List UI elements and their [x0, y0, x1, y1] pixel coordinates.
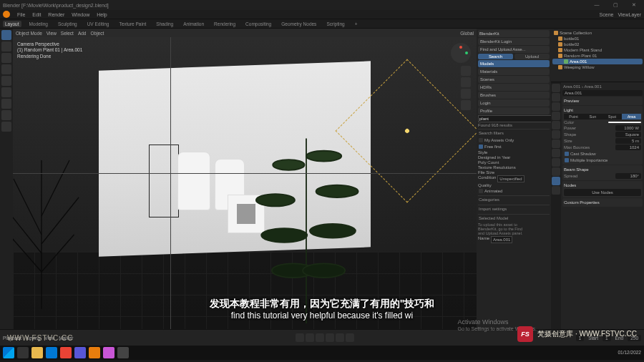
tool-annotate[interactable]: [1, 99, 11, 109]
add-menu[interactable]: Add: [78, 31, 87, 36]
taskbar-blender-icon[interactable]: [89, 347, 100, 358]
scene-selector[interactable]: Scene: [600, 12, 614, 17]
spread-input[interactable]: 180°: [615, 173, 641, 179]
blenderkit-header[interactable]: BlenderKit: [478, 30, 550, 37]
tab-search[interactable]: Search: [478, 54, 513, 59]
light-point[interactable]: Point: [564, 114, 583, 119]
outliner-item-selected[interactable]: Area.001: [552, 59, 643, 64]
object-menu[interactable]: Object: [91, 31, 104, 36]
outliner-item[interactable]: Modern Plant Stand: [552, 47, 643, 53]
tab-geonodes[interactable]: Geometry Nodes: [279, 21, 318, 27]
next-key-icon[interactable]: [336, 333, 344, 342]
light-area[interactable]: Area: [622, 114, 641, 119]
filter-filesize[interactable]: File Size: [478, 170, 550, 175]
filter-style[interactable]: Style: [478, 150, 550, 155]
taskbar-app3-icon[interactable]: [117, 347, 129, 358]
prop-tab-render[interactable]: [552, 84, 560, 92]
tab-rendering[interactable]: Rendering: [212, 21, 238, 27]
filter-quality[interactable]: Quality: [478, 183, 550, 187]
menu-file[interactable]: File: [17, 12, 25, 17]
filter-texres[interactable]: Texture Resolutions: [478, 165, 550, 170]
filters-header[interactable]: Search filters: [478, 129, 550, 137]
outliner[interactable]: Scene Collection bottle01 bottle02 Moder…: [551, 29, 644, 82]
nav-brushes[interactable]: Brushes: [478, 92, 550, 99]
menu-window[interactable]: Window: [72, 12, 89, 17]
categories-header[interactable]: Categories: [478, 195, 550, 203]
window-close-button[interactable]: ✕: [627, 2, 641, 8]
tool-transform[interactable]: [1, 87, 11, 97]
viewlayer-selector[interactable]: ViewLayer: [618, 12, 641, 17]
taskbar-clock[interactable]: 01/12/2022: [618, 350, 641, 355]
persp-icon[interactable]: [461, 100, 471, 110]
taskbar-search[interactable]: [17, 347, 29, 358]
outliner-item[interactable]: Weeping Willow: [552, 64, 643, 70]
filter-year[interactable]: Designed in Year: [478, 155, 550, 160]
datablock-name[interactable]: Area.001: [562, 90, 643, 96]
tab-modeling[interactable]: Modeling: [27, 21, 50, 27]
outliner-item[interactable]: bottle01: [552, 36, 643, 41]
play-icon[interactable]: [326, 333, 334, 342]
nav-profile[interactable]: Profile: [478, 107, 550, 114]
use-nodes-button[interactable]: Use Nodes: [564, 189, 641, 196]
zoom-icon[interactable]: [461, 66, 471, 76]
viewport-3d[interactable]: Camera Perspective (1) Random Plant 01 |…: [13, 37, 477, 329]
chk-cast-shadow[interactable]: Cast Shadow: [564, 151, 641, 157]
prop-tab-scene[interactable]: [552, 112, 560, 120]
size-input[interactable]: 5 m: [615, 138, 641, 144]
filter-condition[interactable]: ConditionUnspecified: [478, 175, 550, 182]
light-sun[interactable]: Sun: [583, 114, 602, 119]
chk-animated[interactable]: Animated: [478, 188, 550, 194]
bounces-input[interactable]: 1024: [615, 145, 641, 150]
window-max-button[interactable]: ▢: [608, 2, 623, 8]
tool-scale[interactable]: [1, 76, 11, 86]
tab-animation[interactable]: Animation: [181, 21, 206, 27]
prop-tab-data[interactable]: [552, 177, 560, 185]
prop-tab-modifier[interactable]: [552, 140, 560, 148]
tab-layout[interactable]: Layout: [3, 21, 21, 27]
light-panel[interactable]: Light: [564, 107, 641, 113]
taskbar-explorer-icon[interactable]: [31, 347, 43, 358]
blenderkit-login[interactable]: BlenderKit Login: [478, 38, 550, 45]
power-input[interactable]: 1000 W: [615, 125, 641, 131]
preview-panel[interactable]: Preview: [564, 98, 641, 104]
prop-tab-world[interactable]: [552, 121, 560, 129]
search-input[interactable]: [478, 115, 551, 122]
nav-login2[interactable]: Login: [478, 99, 550, 107]
play-rev-icon[interactable]: [316, 333, 324, 342]
chk-my-assets[interactable]: My Assets Only: [478, 137, 550, 143]
tab-compositing[interactable]: Compositing: [243, 21, 273, 27]
nav-materials[interactable]: Materials: [478, 68, 550, 75]
jump-start-icon[interactable]: [296, 333, 304, 342]
tool-select[interactable]: [1, 30, 11, 40]
prev-key-icon[interactable]: [306, 333, 314, 342]
jump-end-icon[interactable]: [346, 333, 354, 342]
tab-upload[interactable]: Upload: [514, 54, 550, 59]
prop-tab-material[interactable]: [552, 186, 560, 195]
outliner-item[interactable]: Random Plant 01: [552, 53, 643, 59]
window-min-button[interactable]: —: [590, 2, 604, 8]
tab-texpaint[interactable]: Texture Paint: [117, 21, 148, 27]
tool-measure[interactable]: [1, 110, 11, 120]
blenderkit-findupload[interactable]: Find and Upload Asse...: [478, 46, 550, 53]
camera-icon[interactable]: [461, 89, 471, 99]
view-menu[interactable]: View: [47, 31, 57, 36]
chk-free-first[interactable]: Free first: [478, 144, 550, 150]
filter-poly[interactable]: Poly Count: [478, 160, 550, 165]
nav-scenes[interactable]: Scenes: [478, 76, 550, 83]
menu-edit[interactable]: Edit: [32, 12, 41, 17]
nav-gizmo[interactable]: [451, 43, 471, 63]
prop-tab-physics[interactable]: [552, 158, 560, 167]
nav-hdrs[interactable]: HDRs: [478, 84, 550, 91]
prop-tab-object[interactable]: [552, 130, 560, 139]
tab-sculpting[interactable]: Sculpting: [56, 21, 79, 27]
custom-props-panel[interactable]: Custom Properties: [564, 200, 641, 205]
nav-models[interactable]: Models: [478, 60, 550, 67]
tool-addcube[interactable]: [1, 122, 11, 132]
tool-move[interactable]: [1, 53, 11, 63]
tab-scripting[interactable]: Scripting: [324, 21, 346, 27]
tab-uv[interactable]: UV Editing: [85, 21, 112, 27]
taskbar-edge-icon[interactable]: [46, 347, 57, 358]
mode-select[interactable]: Object Mode: [16, 31, 42, 36]
tab-add[interactable]: +: [353, 21, 360, 27]
taskbar-app-icon[interactable]: [74, 347, 86, 358]
